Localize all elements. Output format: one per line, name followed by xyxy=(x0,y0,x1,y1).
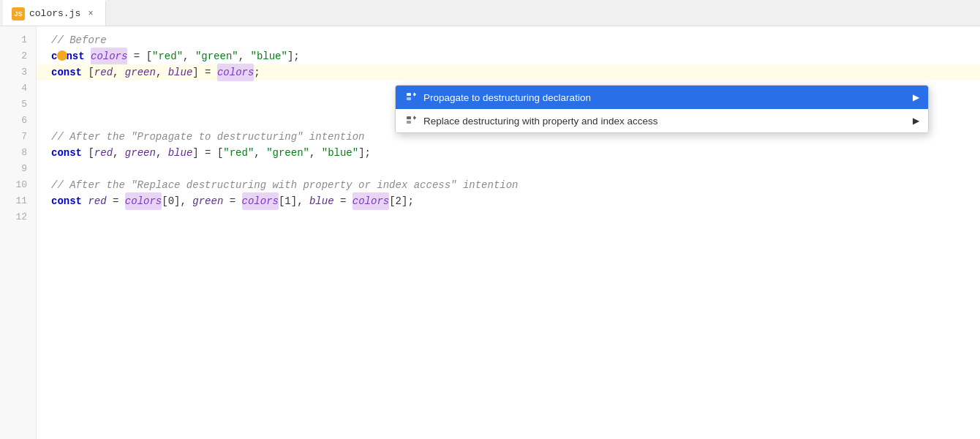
semi-3: ; xyxy=(254,64,260,80)
kw-const-3: const xyxy=(51,64,88,80)
replace-arrow: ▶ xyxy=(913,116,919,126)
idx-11b: [1], xyxy=(279,193,309,209)
kw-const-2: c xyxy=(51,48,57,64)
line-number-11: 11 xyxy=(0,193,36,209)
tab-filename: colors.js xyxy=(29,8,80,19)
tab-close-button[interactable]: × xyxy=(85,8,97,20)
comma-8b: , xyxy=(156,145,168,161)
code-line-2: cnst colors = ["red", "green", "blue"]; xyxy=(37,48,980,64)
svg-rect-4 xyxy=(407,121,411,124)
line-number-6: 6 xyxy=(0,113,36,129)
intent-propagate-text: Propagate to destructuring declaration xyxy=(423,92,907,103)
bracket-8a: [ xyxy=(88,145,94,161)
var-blue-3: blue xyxy=(168,64,193,80)
comment-propagate: // After the "Propagate to destructuring… xyxy=(51,129,364,145)
kw-const-11: const xyxy=(51,193,88,209)
code-line-11: const red = colors[0], green = colors[1]… xyxy=(37,193,980,209)
colors-ref-3: colors xyxy=(217,64,254,81)
eq-3: = xyxy=(199,64,217,80)
replace-icon xyxy=(404,114,418,127)
line-number-3: 3 xyxy=(0,64,36,80)
str-blue-8: "blue" xyxy=(322,145,358,161)
intent-replace-text: Replace destructuring with property and … xyxy=(423,116,907,127)
var-red-11: red xyxy=(88,193,106,209)
line-number-9: 9 xyxy=(0,161,36,177)
punct-2d: ]; xyxy=(287,48,300,64)
code-line-9 xyxy=(37,161,980,177)
tab-bar: JS colors.js × xyxy=(0,0,980,26)
line-number-10: 10 xyxy=(0,177,36,193)
line-number-4: 4 xyxy=(0,80,36,97)
editor-container: JS colors.js × 1 2 3 4 5 6 7 8 9 10 11 1… xyxy=(0,0,980,439)
eq-8: = [ xyxy=(199,145,224,161)
file-tab[interactable]: JS colors.js × xyxy=(3,0,106,26)
comma-3a: , xyxy=(113,64,125,80)
svg-rect-1 xyxy=(407,97,411,100)
code-line-1: // Before xyxy=(37,32,980,48)
svg-rect-0 xyxy=(407,93,411,96)
svg-rect-3 xyxy=(407,116,411,119)
intent-item-replace[interactable]: Replace destructuring with property and … xyxy=(396,109,928,132)
var-red-8: red xyxy=(94,145,113,161)
bracket-3b: ] xyxy=(192,64,198,80)
propagate-icon xyxy=(404,91,418,104)
eq-11c: = xyxy=(334,193,353,209)
var-green-8: green xyxy=(125,145,156,161)
eq-11b: = xyxy=(223,193,241,209)
comment-before: // Before xyxy=(51,32,107,48)
comma-8c: , xyxy=(254,145,266,161)
kw-const-2b: nst xyxy=(66,48,91,64)
comma-8a: , xyxy=(113,145,125,161)
str-red: "red" xyxy=(152,48,183,64)
line-number-8: 8 xyxy=(0,145,36,161)
line-number-12: 12 xyxy=(0,209,36,225)
line-number-7: 7 xyxy=(0,129,36,145)
colors-var-highlighted: colors xyxy=(91,48,127,65)
code-line-8: const [red, green, blue] = ["red", "gree… xyxy=(37,145,980,161)
colors-ref-11c: colors xyxy=(353,192,389,210)
line-numbers: 1 2 3 4 5 6 7 8 9 10 11 12 xyxy=(0,26,37,439)
colors-ref-11b: colors xyxy=(242,192,279,210)
semi-8: ]; xyxy=(358,145,371,161)
punct-2c: , xyxy=(238,48,251,64)
comma-8d: , xyxy=(309,145,322,161)
var-green-11: green xyxy=(192,193,223,209)
eq-11a: = xyxy=(107,193,125,209)
line-number-2: 2 xyxy=(0,48,36,64)
code-line-12 xyxy=(37,209,980,225)
bracket-3a: [ xyxy=(88,64,94,80)
var-blue-11: blue xyxy=(309,193,334,209)
str-green: "green" xyxy=(195,48,238,64)
code-line-10: // After the "Replace destructuring with… xyxy=(37,177,980,193)
str-red-8: "red" xyxy=(223,145,254,161)
punct-2b: , xyxy=(183,48,195,64)
code-content: // Before cnst colors = ["red", "green",… xyxy=(37,26,980,439)
idx-11c: [2]; xyxy=(389,193,414,209)
var-red-3: red xyxy=(94,64,113,80)
propagate-arrow: ▶ xyxy=(913,92,919,102)
comment-replace: // After the "Replace destructuring with… xyxy=(51,177,519,193)
js-icon: JS xyxy=(12,7,25,20)
bracket-8b: ] xyxy=(192,145,198,161)
idx-11a: [0], xyxy=(162,193,192,209)
kw-const-8: const xyxy=(51,145,88,161)
comma-3b: , xyxy=(156,64,168,80)
intent-popup: Propagate to destructuring declaration ▶… xyxy=(395,85,929,133)
str-blue: "blue" xyxy=(251,48,287,64)
punct-2a: = [ xyxy=(127,48,152,64)
line-number-1: 1 xyxy=(0,32,36,48)
var-green-3: green xyxy=(125,64,156,80)
colors-ref-11a: colors xyxy=(125,192,162,210)
code-area: 1 2 3 4 5 6 7 8 9 10 11 12 // Before cns… xyxy=(0,26,980,439)
line-number-5: 5 xyxy=(0,97,36,113)
var-blue-8: blue xyxy=(168,145,193,161)
str-green-8: "green" xyxy=(266,145,309,161)
intent-item-propagate[interactable]: Propagate to destructuring declaration ▶ xyxy=(396,86,928,109)
code-line-3: const [red, green, blue] = colors; xyxy=(37,64,980,80)
